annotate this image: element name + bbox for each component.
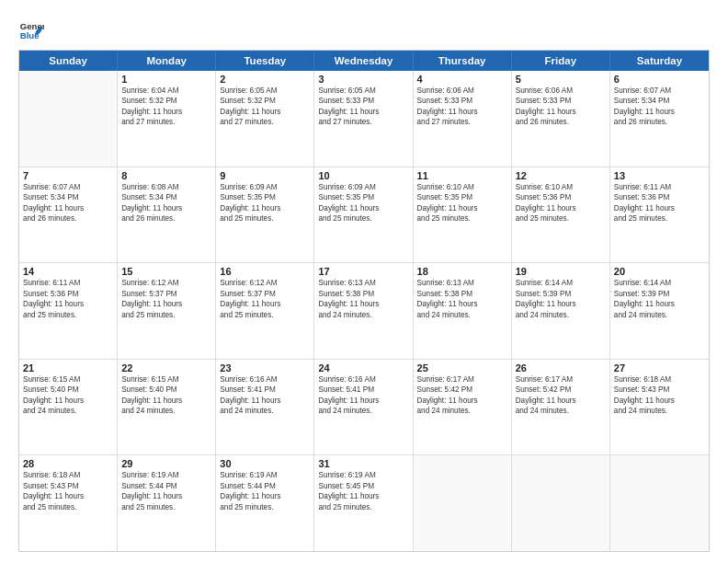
sunset-line: Sunset: 5:41 PM — [220, 385, 276, 394]
daylight-line: Daylight: 11 hoursand 24 minutes. — [516, 396, 576, 415]
daylight-line: Daylight: 11 hoursand 25 minutes. — [220, 492, 280, 511]
day-number: 8 — [121, 170, 211, 181]
cal-cell: 10Sunrise: 6:09 AMSunset: 5:35 PMDayligh… — [314, 167, 413, 263]
cal-cell: 25Sunrise: 6:17 AMSunset: 5:42 PMDayligh… — [414, 360, 512, 455]
cell-info: Sunrise: 6:17 AMSunset: 5:42 PMDaylight:… — [417, 374, 507, 417]
day-number: 11 — [417, 170, 507, 181]
cal-cell — [610, 455, 709, 551]
day-number: 24 — [318, 362, 408, 373]
sunrise-line: Sunrise: 6:16 AM — [318, 375, 375, 384]
cell-info: Sunrise: 6:11 AMSunset: 5:36 PMDaylight:… — [614, 182, 705, 224]
header-day-saturday: Saturday — [610, 51, 709, 71]
cal-cell: 6Sunrise: 6:07 AMSunset: 5:34 PMDaylight… — [610, 71, 709, 167]
sunrise-line: Sunrise: 6:07 AM — [614, 86, 671, 95]
sunset-line: Sunset: 5:40 PM — [23, 385, 79, 394]
cell-info: Sunrise: 6:12 AMSunset: 5:37 PMDaylight:… — [220, 278, 310, 320]
sunset-line: Sunset: 5:33 PM — [417, 97, 473, 105]
daylight-line: Daylight: 11 hoursand 26 minutes. — [121, 204, 182, 223]
sunrise-line: Sunrise: 6:13 AM — [417, 279, 474, 287]
sunset-line: Sunset: 5:37 PM — [220, 290, 276, 298]
cal-cell: 27Sunrise: 6:18 AMSunset: 5:43 PMDayligh… — [610, 360, 709, 455]
logo: General Blue — [18, 17, 48, 42]
cell-info: Sunrise: 6:07 AMSunset: 5:34 PMDaylight:… — [23, 182, 113, 224]
daylight-line: Daylight: 11 hoursand 25 minutes. — [23, 492, 84, 511]
sunset-line: Sunset: 5:38 PM — [417, 290, 473, 298]
cell-info: Sunrise: 6:08 AMSunset: 5:34 PMDaylight:… — [121, 182, 211, 224]
sunrise-line: Sunrise: 6:06 AM — [417, 86, 474, 95]
calendar-page: General Blue SundayMondayTuesdayWednesda… — [0, 0, 728, 563]
header-day-tuesday: Tuesday — [216, 51, 314, 71]
sunrise-line: Sunrise: 6:15 AM — [121, 375, 178, 384]
daylight-line: Daylight: 11 hoursand 27 minutes. — [318, 108, 379, 126]
day-number: 10 — [318, 170, 408, 181]
daylight-line: Daylight: 11 hoursand 24 minutes. — [318, 300, 379, 318]
cal-cell: 30Sunrise: 6:19 AMSunset: 5:44 PMDayligh… — [216, 455, 314, 551]
cell-info: Sunrise: 6:17 AMSunset: 5:42 PMDaylight:… — [516, 374, 606, 417]
day-number: 27 — [614, 362, 705, 373]
sunrise-line: Sunrise: 6:16 AM — [220, 375, 277, 384]
sunrise-line: Sunrise: 6:14 AM — [614, 279, 671, 287]
sunset-line: Sunset: 5:39 PM — [614, 290, 670, 298]
sunset-line: Sunset: 5:38 PM — [318, 290, 374, 298]
cal-cell: 5Sunrise: 6:06 AMSunset: 5:33 PMDaylight… — [512, 71, 610, 167]
sunset-line: Sunset: 5:33 PM — [516, 97, 572, 105]
header-day-monday: Monday — [118, 51, 216, 71]
day-number: 25 — [417, 362, 507, 373]
week-row-1: 1Sunrise: 6:04 AMSunset: 5:32 PMDaylight… — [19, 71, 709, 167]
cell-info: Sunrise: 6:04 AMSunset: 5:32 PMDaylight:… — [121, 86, 211, 128]
sunrise-line: Sunrise: 6:12 AM — [121, 279, 178, 287]
day-number: 9 — [220, 170, 310, 181]
sunset-line: Sunset: 5:32 PM — [220, 97, 276, 105]
cal-cell: 8Sunrise: 6:08 AMSunset: 5:34 PMDaylight… — [118, 167, 216, 263]
cal-cell: 23Sunrise: 6:16 AMSunset: 5:41 PMDayligh… — [216, 360, 314, 455]
sunrise-line: Sunrise: 6:18 AM — [614, 375, 671, 384]
cal-cell: 28Sunrise: 6:18 AMSunset: 5:43 PMDayligh… — [19, 455, 118, 551]
cal-cell: 12Sunrise: 6:10 AMSunset: 5:36 PMDayligh… — [512, 167, 610, 263]
cell-info: Sunrise: 6:15 AMSunset: 5:40 PMDaylight:… — [121, 374, 211, 417]
sunset-line: Sunset: 5:44 PM — [220, 482, 276, 490]
cell-info: Sunrise: 6:06 AMSunset: 5:33 PMDaylight:… — [516, 86, 606, 128]
day-number: 12 — [516, 170, 606, 181]
week-row-5: 28Sunrise: 6:18 AMSunset: 5:43 PMDayligh… — [19, 455, 709, 551]
daylight-line: Daylight: 11 hoursand 24 minutes. — [614, 396, 675, 415]
cell-info: Sunrise: 6:14 AMSunset: 5:39 PMDaylight:… — [516, 278, 606, 320]
sunset-line: Sunset: 5:35 PM — [220, 193, 276, 201]
sunset-line: Sunset: 5:35 PM — [417, 193, 473, 201]
cal-cell: 24Sunrise: 6:16 AMSunset: 5:41 PMDayligh… — [314, 360, 413, 455]
week-row-3: 14Sunrise: 6:11 AMSunset: 5:36 PMDayligh… — [19, 263, 709, 360]
sunrise-line: Sunrise: 6:19 AM — [121, 471, 178, 479]
sunrise-line: Sunrise: 6:12 AM — [220, 279, 277, 287]
cal-cell — [512, 455, 610, 551]
daylight-line: Daylight: 11 hoursand 27 minutes. — [121, 108, 182, 126]
cell-info: Sunrise: 6:09 AMSunset: 5:35 PMDaylight:… — [220, 182, 310, 224]
sunset-line: Sunset: 5:42 PM — [417, 385, 473, 394]
sunset-line: Sunset: 5:42 PM — [516, 385, 572, 394]
sunset-line: Sunset: 5:37 PM — [121, 290, 177, 298]
sunset-line: Sunset: 5:32 PM — [121, 97, 177, 105]
day-number: 23 — [220, 362, 310, 373]
day-number: 4 — [417, 74, 507, 85]
daylight-line: Daylight: 11 hoursand 26 minutes. — [614, 108, 675, 126]
sunrise-line: Sunrise: 6:05 AM — [220, 86, 277, 95]
sunrise-line: Sunrise: 6:04 AM — [121, 86, 178, 95]
sunrise-line: Sunrise: 6:05 AM — [318, 86, 375, 95]
day-number: 16 — [220, 266, 310, 277]
daylight-line: Daylight: 11 hoursand 24 minutes. — [23, 396, 84, 415]
daylight-line: Daylight: 11 hoursand 25 minutes. — [121, 492, 182, 511]
cal-cell: 2Sunrise: 6:05 AMSunset: 5:32 PMDaylight… — [216, 71, 314, 167]
sunrise-line: Sunrise: 6:17 AM — [516, 375, 573, 384]
cal-cell — [414, 455, 512, 551]
day-number: 13 — [614, 170, 705, 181]
cell-info: Sunrise: 6:11 AMSunset: 5:36 PMDaylight:… — [23, 278, 113, 320]
cal-cell: 14Sunrise: 6:11 AMSunset: 5:36 PMDayligh… — [19, 263, 118, 359]
day-number: 5 — [516, 74, 606, 85]
cell-info: Sunrise: 6:14 AMSunset: 5:39 PMDaylight:… — [614, 278, 705, 320]
sunset-line: Sunset: 5:36 PM — [23, 290, 79, 298]
sunrise-line: Sunrise: 6:09 AM — [318, 183, 375, 191]
cal-cell: 16Sunrise: 6:12 AMSunset: 5:37 PMDayligh… — [216, 263, 314, 359]
cal-cell: 20Sunrise: 6:14 AMSunset: 5:39 PMDayligh… — [610, 263, 709, 359]
day-number: 1 — [121, 74, 211, 85]
sunset-line: Sunset: 5:43 PM — [23, 482, 79, 490]
day-number: 17 — [318, 266, 408, 277]
daylight-line: Daylight: 11 hoursand 25 minutes. — [614, 204, 675, 223]
